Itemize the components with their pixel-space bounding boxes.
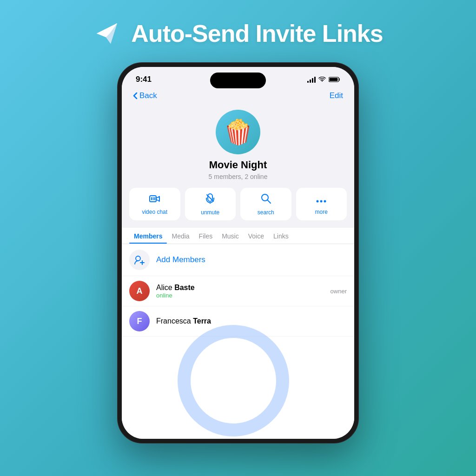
group-name: Movie Night [209,159,267,171]
video-chat-icon [149,194,160,206]
alice-status: online [156,292,324,299]
back-chevron-icon [133,92,138,99]
battery-icon [329,77,340,82]
tab-files[interactable]: Files [194,228,218,244]
nav-bar: Back Edit [122,89,354,105]
member-alice-row[interactable]: A Alice Baste online owner [122,276,354,306]
more-button[interactable]: more [296,188,347,220]
phone-screen: 9:41 [122,67,354,439]
signal-icon [307,76,316,83]
telegram-icon [93,19,123,48]
phone-frame: 9:41 [117,62,359,443]
dynamic-island [210,73,266,88]
add-members-label: Add Members [156,255,205,264]
members-list: Add Members A Alice Baste online owner F [122,244,354,439]
member-francesca-row[interactable]: F Francesca Terra [122,306,354,337]
action-buttons-row: video chat unmute [122,188,354,228]
edit-button[interactable]: Edit [330,91,343,100]
search-label: search [258,209,274,216]
group-avatar: 🍿 [216,110,260,154]
tab-links[interactable]: Links [269,228,293,244]
svg-line-11 [267,200,271,203]
add-members-row[interactable]: Add Members [122,244,354,276]
svg-point-14 [324,200,326,203]
tab-music[interactable]: Music [217,228,244,244]
header-row: Auto-Send Invite Links [93,19,383,48]
search-button[interactable]: search [240,188,291,220]
tabs-bar: Members Media Files Music Voice Links [122,228,354,244]
tab-media[interactable]: Media [167,228,194,244]
svg-point-13 [320,200,323,203]
tab-members[interactable]: Members [129,228,167,244]
svg-rect-6 [152,197,153,200]
svg-rect-5 [151,197,152,200]
unmute-button[interactable]: unmute [185,188,236,220]
video-chat-button[interactable]: video chat [129,188,180,220]
more-label: more [315,209,328,215]
back-button[interactable]: Back [133,91,157,100]
svg-point-12 [317,200,319,203]
more-icon [316,194,327,206]
francesca-name: Francesca Terra [156,317,347,325]
header-title: Auto-Send Invite Links [131,20,383,47]
alice-avatar: A [129,281,150,301]
francesca-avatar: F [129,311,150,331]
video-chat-label: video chat [142,209,167,215]
status-time: 9:41 [136,75,152,84]
svg-point-15 [136,256,140,261]
wifi-icon [318,77,326,82]
search-icon [261,193,271,206]
profile-section: 🍿 Movie Night 5 members, 2 online [122,105,354,188]
tab-voice[interactable]: Voice [244,228,269,244]
alice-name: Alice Baste [156,284,324,292]
svg-rect-3 [330,78,338,81]
alice-badge: owner [331,288,347,295]
unmute-label: unmute [201,209,219,216]
francesca-info: Francesca Terra [156,317,347,325]
add-member-icon [129,250,150,270]
group-sub: 5 members, 2 online [209,173,268,180]
unmute-icon [205,193,215,206]
svg-rect-7 [154,197,155,200]
status-icons [307,76,340,83]
alice-info: Alice Baste online [156,284,324,299]
